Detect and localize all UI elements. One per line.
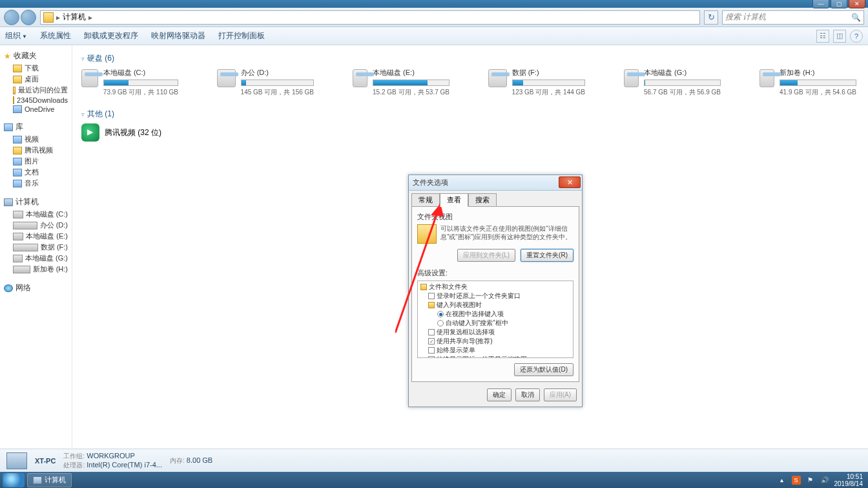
search-input[interactable]: 搜索 计算机 🔍 xyxy=(722,10,864,25)
organize-menu[interactable]: 组织▼ xyxy=(5,30,27,41)
group-header-drives[interactable]: ▿硬盘 (6) xyxy=(81,53,859,64)
sidebar-item-drive-d[interactable]: 办公 (D:) xyxy=(0,220,72,231)
drive-label: 本地磁盘 (G:) xyxy=(644,68,721,78)
drive-icon xyxy=(13,233,23,240)
forward-button[interactable] xyxy=(21,10,36,25)
minimize-button[interactable]: — xyxy=(812,0,829,8)
preview-pane-icon[interactable]: ◫ xyxy=(833,30,846,43)
back-button[interactable] xyxy=(4,10,19,25)
checkbox-icon[interactable] xyxy=(428,356,435,358)
refresh-button[interactable]: ↻ xyxy=(704,10,718,25)
sidebar-favorites[interactable]: ★收藏夹 xyxy=(0,49,72,63)
sidebar-item-2345[interactable]: 2345Downloads xyxy=(0,96,72,105)
tree-row[interactable]: 文件和文件夹 xyxy=(419,282,572,292)
drive-item[interactable]: 本地磁盘 (G:) 56.7 GB 可用，共 56.9 GB xyxy=(624,68,721,97)
checkbox-icon[interactable]: ✓ xyxy=(428,338,435,345)
collapse-icon: ▿ xyxy=(81,56,85,62)
folder-icon xyxy=(428,302,435,308)
checkbox-icon[interactable] xyxy=(428,293,435,299)
sidebar-item-drive-e[interactable]: 本地磁盘 (E:) xyxy=(0,231,72,242)
sidebar-item-drive-h[interactable]: 新加卷 (H:) xyxy=(0,264,72,275)
dialog-titlebar[interactable]: 文件夹选项 ✕ xyxy=(409,175,582,191)
toolbar: 组织▼ 系统属性 卸载或更改程序 映射网络驱动器 打开控制面板 ☷ ◫ ? xyxy=(0,27,868,45)
folder-view-section-label: 文件夹视图 xyxy=(417,212,574,222)
radio-icon[interactable] xyxy=(437,311,444,317)
reset-folders-button[interactable]: 重置文件夹(R) xyxy=(521,249,574,262)
dialog-close-button[interactable]: ✕ xyxy=(559,176,581,188)
sidebar-libraries[interactable]: 库 xyxy=(0,120,72,134)
breadcrumb[interactable]: ▸ 计算机 ▸ xyxy=(40,10,700,25)
group-header-other[interactable]: ▿其他 (1) xyxy=(81,109,859,120)
sidebar-item-music[interactable]: 音乐 xyxy=(0,178,72,189)
sidebar-item-downloads[interactable]: 下载 xyxy=(0,63,72,74)
tree-row[interactable]: 始终显示菜单 xyxy=(419,346,572,355)
tray-ime-icon[interactable]: S xyxy=(792,476,801,485)
tree-row[interactable]: 在视图中选择键入项 xyxy=(419,310,572,319)
drive-stats: 41.9 GB 可用，共 54.6 GB xyxy=(780,88,856,97)
sidebar-computer[interactable]: 计算机 xyxy=(0,195,72,209)
drive-label: 办公 (D:) xyxy=(241,68,314,78)
cancel-button[interactable]: 取消 xyxy=(515,388,540,401)
tray-volume-icon[interactable]: 🔊 xyxy=(820,476,829,485)
map-drive-button[interactable]: 映射网络驱动器 xyxy=(151,30,205,41)
close-button[interactable]: ✕ xyxy=(849,0,865,8)
sidebar-item-desktop[interactable]: 桌面 xyxy=(0,74,72,85)
system-properties-button[interactable]: 系统属性 xyxy=(40,30,71,41)
computer-icon xyxy=(43,12,54,23)
view-icon[interactable]: ☷ xyxy=(816,30,829,43)
drive-item[interactable]: 办公 (D:) 145 GB 可用，共 156 GB xyxy=(217,68,314,97)
sidebar-item-documents[interactable]: 文档 xyxy=(0,167,72,178)
tree-row[interactable]: 登录时还原上一个文件夹窗口 xyxy=(419,292,572,301)
status-cpu: Intel(R) Core(TM) i7-4... xyxy=(87,461,162,469)
tray-up-icon[interactable]: ▴ xyxy=(778,476,787,485)
status-computer-name: XT-PC xyxy=(35,457,56,465)
drive-item[interactable]: 数据 (F:) 123 GB 可用，共 144 GB xyxy=(488,68,585,97)
sidebar-item-drive-f[interactable]: 数据 (F:) xyxy=(0,242,72,253)
tab-general[interactable]: 常规 xyxy=(411,193,440,206)
ok-button[interactable]: 确定 xyxy=(487,388,512,401)
radio-icon[interactable] xyxy=(437,320,444,326)
drive-item[interactable]: 本地磁盘 (E:) 15.2 GB 可用，共 53.7 GB xyxy=(353,68,450,97)
drive-stats: 56.7 GB 可用，共 56.9 GB xyxy=(644,88,721,97)
maximize-button[interactable]: ▢ xyxy=(831,0,847,8)
sidebar-item-videos[interactable]: 视频 xyxy=(0,134,72,145)
tab-view[interactable]: 查看 xyxy=(440,193,468,207)
drive-usage-bar xyxy=(780,80,856,86)
sidebar-item-drive-g[interactable]: 本地磁盘 (G:) xyxy=(0,253,72,264)
drive-item[interactable]: 本地磁盘 (C:) 73.9 GB 可用，共 110 GB xyxy=(81,68,178,97)
apply-to-folders-button: 应用到文件夹(L) xyxy=(457,249,515,262)
content-pane: ▿硬盘 (6) 本地磁盘 (C:) 73.9 GB 可用，共 110 GB 办公… xyxy=(72,45,868,448)
sidebar-item-drive-c[interactable]: 本地磁盘 (C:) xyxy=(0,209,72,220)
drive-stats: 145 GB 可用，共 156 GB xyxy=(241,88,314,97)
sidebar-item-recent[interactable]: 最近访问的位置 xyxy=(0,85,72,96)
tab-search[interactable]: 搜索 xyxy=(468,193,497,206)
tencent-video-icon xyxy=(81,123,99,142)
sidebar-network[interactable]: 网络 xyxy=(0,281,72,295)
tree-row[interactable]: 自动键入到“搜索”框中 xyxy=(419,319,572,328)
tree-row[interactable]: 使用复选框以选择项 xyxy=(419,328,572,337)
library-icon xyxy=(4,123,13,131)
sidebar-item-pictures[interactable]: 图片 xyxy=(0,156,72,167)
help-icon[interactable]: ? xyxy=(850,30,863,43)
advanced-settings-tree[interactable]: 文件和文件夹登录时还原上一个文件夹窗口键入列表视图时在视图中选择键入项自动键入到… xyxy=(417,281,574,358)
tray-action-center-icon[interactable]: ⚑ xyxy=(806,476,815,485)
checkbox-icon[interactable] xyxy=(428,347,435,354)
drive-stats: 123 GB 可用，共 144 GB xyxy=(512,88,585,97)
taskbar-clock[interactable]: 10:51 2019/8/14 xyxy=(834,473,866,487)
breadcrumb-item[interactable]: 计算机 xyxy=(63,12,86,23)
drive-stats: 15.2 GB 可用，共 53.7 GB xyxy=(373,88,450,97)
checkbox-icon[interactable] xyxy=(428,329,435,335)
tree-row[interactable]: 键入列表视图时 xyxy=(419,301,572,310)
control-panel-button[interactable]: 打开控制面板 xyxy=(218,30,265,41)
taskbar-explorer-button[interactable]: 计算机 xyxy=(27,473,72,487)
start-button[interactable] xyxy=(3,473,25,487)
tree-row[interactable]: ✓使用共享向导(推荐) xyxy=(419,337,572,346)
other-item-tencent[interactable]: 腾讯视频 (32 位) xyxy=(81,123,859,142)
sidebar-item-onedrive[interactable]: OneDrive xyxy=(0,105,72,114)
drive-usage-bar xyxy=(644,80,721,86)
drive-item[interactable]: 新加卷 (H:) 41.9 GB 可用，共 54.6 GB xyxy=(760,68,856,97)
sidebar-item-tencent[interactable]: 腾讯视频 xyxy=(0,145,72,156)
tree-row[interactable]: 始终显示图标，从不显示缩略图 xyxy=(419,355,572,358)
restore-defaults-button[interactable]: 还原为默认值(D) xyxy=(514,363,574,376)
uninstall-button[interactable]: 卸载或更改程序 xyxy=(84,30,138,41)
